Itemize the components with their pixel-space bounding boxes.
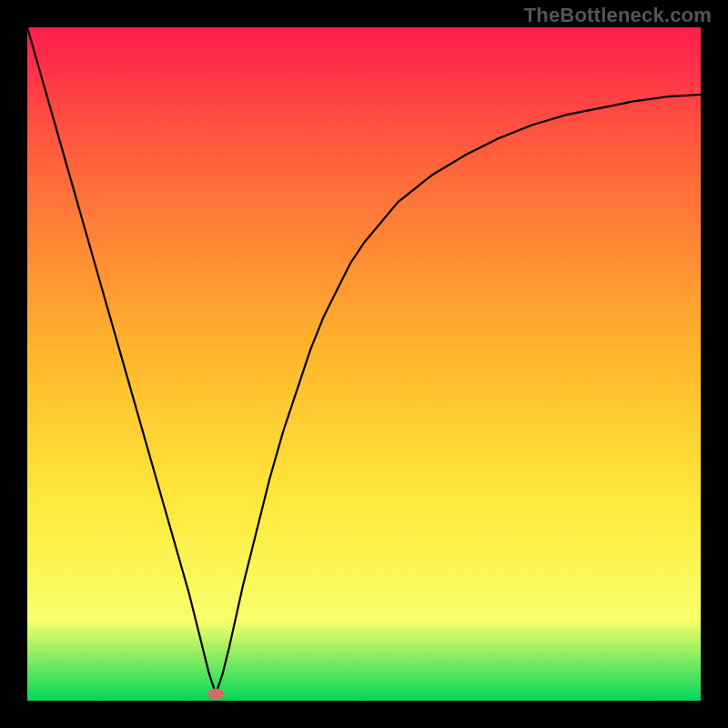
gradient-background xyxy=(27,27,701,701)
chart-frame: TheBottleneck.com xyxy=(0,0,728,728)
plot-svg xyxy=(27,27,701,701)
optimum-marker xyxy=(207,689,224,700)
plot-area xyxy=(27,27,701,701)
watermark-text: TheBottleneck.com xyxy=(524,4,712,27)
